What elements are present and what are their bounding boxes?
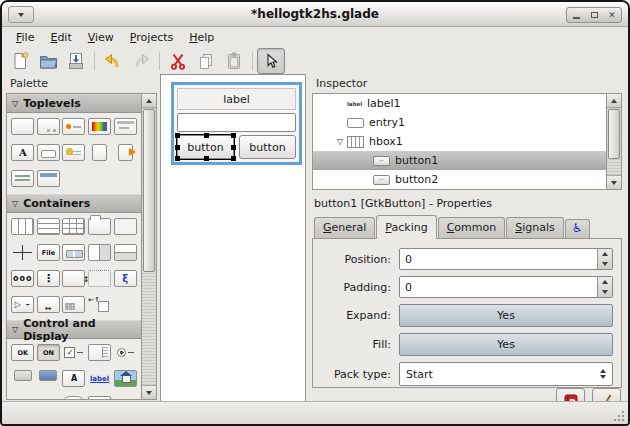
padding-spinbutton[interactable]: 0 (399, 276, 613, 298)
spin-button-icon[interactable] (88, 344, 111, 361)
combo-box-icon[interactable] (14, 370, 32, 381)
pack-type-combobox[interactable]: Start (399, 362, 613, 386)
tab-common[interactable]: Common (438, 217, 506, 238)
palette-section-header[interactable]: ▽Containers (7, 194, 141, 213)
spin-arrows[interactable] (597, 249, 612, 269)
size-box-icon[interactable] (62, 270, 85, 287)
progress-bar-icon[interactable] (62, 396, 85, 399)
tab-packing[interactable]: Packing (376, 215, 436, 239)
palette-scrollbar[interactable] (141, 94, 156, 399)
spin-down-arrow-icon[interactable] (598, 287, 612, 297)
tree-row-entry1[interactable]: entry1 (313, 113, 606, 132)
paste-icon[interactable] (220, 48, 248, 74)
window-menu-button[interactable] (8, 6, 34, 23)
minimize-button[interactable] (567, 9, 585, 21)
tree-row-label1[interactable]: label1 (313, 94, 606, 113)
about-dialog-icon[interactable] (62, 144, 85, 161)
new-document-icon[interactable] (6, 48, 34, 74)
layout-icon[interactable] (62, 296, 85, 313)
tree-scrollbar-track[interactable] (607, 108, 621, 175)
hbuttonbox-icon[interactable]: ooo (11, 270, 34, 287)
open-folder-icon[interactable] (34, 48, 62, 74)
menu-file[interactable]: File (8, 29, 42, 46)
recent-list-icon[interactable] (11, 170, 34, 187)
assistant-icon[interactable] (37, 170, 60, 187)
expand-toggle-button[interactable]: Yes (399, 304, 613, 327)
toolbar-icon[interactable] (62, 244, 85, 261)
cut-scissors-icon[interactable] (164, 48, 192, 74)
tree-row-button2[interactable]: button2 (313, 170, 606, 189)
accel-label-icon[interactable]: F1 (37, 396, 60, 399)
spin-arrows[interactable] (597, 277, 612, 297)
save-icon[interactable] (62, 48, 90, 74)
toggle-button-icon[interactable]: ON (37, 344, 60, 361)
design-hbox1[interactable]: button button (177, 135, 296, 159)
spin-up-arrow-icon[interactable] (598, 277, 612, 287)
menu-projects[interactable]: Projects (122, 29, 181, 46)
menubar-icon[interactable]: File (37, 244, 60, 261)
design-button1-selected[interactable]: button (177, 135, 234, 159)
tree-row-button1[interactable]: button1 (313, 151, 606, 170)
palette-scrollbar-thumb[interactable] (143, 109, 155, 272)
notebook-icon[interactable] (88, 218, 111, 235)
scroll-up-arrow-icon[interactable] (142, 94, 156, 108)
vpaned-icon[interactable] (114, 244, 137, 261)
dialog-icon[interactable] (37, 118, 60, 135)
color-selection-dialog-icon[interactable] (88, 118, 111, 135)
close-button[interactable] (603, 9, 621, 21)
palette-section-header[interactable]: ▽Control and Display (7, 320, 141, 339)
design-entry1[interactable] (177, 113, 296, 132)
maximize-button[interactable] (585, 9, 603, 21)
tab-signals[interactable]: Signals (506, 217, 564, 238)
handlebox-icon[interactable]: ξ (114, 270, 137, 287)
scroll-down-arrow-icon[interactable] (607, 175, 621, 189)
menu-edit[interactable]: Edit (42, 29, 79, 46)
button-icon[interactable]: OK (11, 344, 34, 361)
link-label-icon[interactable]: label (88, 370, 111, 387)
expander-open-icon[interactable]: ▽ (333, 137, 347, 146)
expander-icon[interactable]: ▷ – (11, 296, 34, 313)
vbox-icon[interactable] (37, 218, 60, 235)
spin-down-arrow-icon[interactable] (598, 259, 612, 269)
vbuttonbox-icon[interactable]: ⋮ (37, 270, 60, 287)
file-export-icon[interactable] (118, 144, 133, 161)
entry-dialog-icon[interactable] (37, 144, 60, 161)
design-label1[interactable]: label (177, 88, 296, 110)
scroll-up-arrow-icon[interactable] (607, 94, 621, 108)
window-icon[interactable] (11, 118, 34, 135)
check-button-icon[interactable] (62, 344, 85, 361)
redo-icon[interactable] (127, 48, 155, 74)
tree-scrollbar-thumb[interactable] (608, 109, 620, 159)
tree-scrollbar[interactable] (606, 94, 621, 189)
tree-row-hbox1[interactable]: ▽hbox1 (313, 132, 606, 151)
menu-help[interactable]: Help (181, 29, 222, 46)
palette-scrollbar-track[interactable] (142, 108, 156, 385)
tab-general[interactable]: General (314, 217, 375, 238)
entry-icon[interactable]: A (62, 370, 85, 387)
design-button2[interactable]: button (239, 135, 296, 159)
h-scale-icon[interactable] (114, 396, 137, 399)
scroll-down-arrow-icon[interactable] (142, 385, 156, 399)
menu-view[interactable]: View (80, 29, 122, 46)
scrolledwindow-icon[interactable] (88, 270, 111, 287)
font-selection-icon[interactable]: A (11, 144, 34, 161)
fixed-icon[interactable] (11, 244, 34, 261)
resize-grip[interactable] (614, 410, 625, 421)
viewport-icon[interactable] (37, 296, 60, 313)
position-spinbutton[interactable]: 0 (399, 248, 613, 270)
table-icon[interactable] (62, 218, 85, 235)
text-view-icon[interactable] (88, 396, 111, 399)
undo-icon[interactable] (99, 48, 127, 74)
file-page-icon[interactable] (92, 144, 107, 161)
combo-box-entry-icon[interactable] (39, 370, 57, 381)
label-icon[interactable]: label (11, 396, 34, 399)
message-dialog-icon[interactable] (62, 118, 85, 135)
pointer-select-icon[interactable] (257, 48, 285, 74)
design-window-window1[interactable]: label button button (171, 82, 302, 165)
palette-section-header[interactable]: ▽Toplevels (7, 94, 141, 113)
fill-toggle-button[interactable]: Yes (399, 333, 613, 356)
alignment-icon[interactable] (88, 296, 111, 313)
hpaned-icon[interactable] (88, 244, 111, 261)
tab-accessibility[interactable]: ♿ (565, 219, 590, 238)
input-dialog-icon[interactable] (114, 118, 137, 135)
